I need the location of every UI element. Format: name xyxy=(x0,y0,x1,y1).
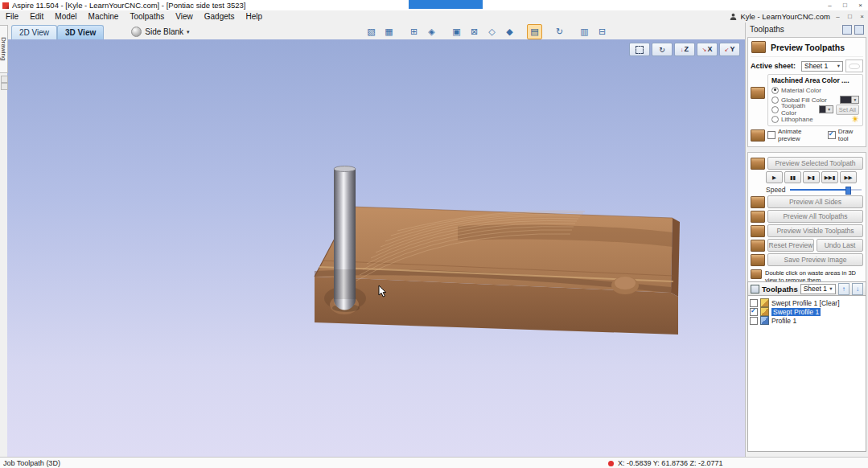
wood-block-icon xyxy=(751,240,765,252)
left-strip-button[interactable] xyxy=(1,76,8,83)
wood-block-icon xyxy=(751,87,765,99)
menu-view[interactable]: View xyxy=(170,10,199,23)
toolpath-color-option[interactable]: Toolpath Color ▾ Set All xyxy=(771,105,859,114)
status-bar: Job Toolpath (3D) X: -0.5839 Y: 61.8736 … xyxy=(0,457,868,468)
toolpath-color-swatch[interactable]: ▾ xyxy=(819,105,833,113)
tab-3d-view[interactable]: 3D View xyxy=(57,25,104,39)
menu-help[interactable]: Help xyxy=(241,10,269,23)
global-fill-color-swatch[interactable]: ▾ xyxy=(840,96,859,104)
minimize-button[interactable]: – xyxy=(822,0,837,10)
maximize-button[interactable]: □ xyxy=(837,0,853,10)
radio-icon[interactable] xyxy=(771,87,779,94)
zoom-frame-button[interactable] xyxy=(629,43,650,56)
menu-model[interactable]: Model xyxy=(49,10,82,23)
toolpath-list-item[interactable]: Profile 1 xyxy=(750,316,864,325)
left-strip-button[interactable] xyxy=(1,83,8,90)
close-button[interactable]: × xyxy=(853,0,868,10)
menu-file[interactable]: File xyxy=(0,10,24,23)
pan-view-icon[interactable]: ▣ xyxy=(449,24,464,39)
zoom-box-icon[interactable]: ⊠ xyxy=(467,24,482,39)
run-to-end-button[interactable]: ▶▶▮ xyxy=(821,171,838,183)
z-arrow-icon: ↓ xyxy=(681,47,684,52)
pin-panel-icon[interactable] xyxy=(842,25,852,35)
wood-block-icon xyxy=(751,129,765,142)
preview-visible-toolpaths-button[interactable]: Preview Visible Toolpaths xyxy=(767,224,863,237)
3d-viewport[interactable]: ↻ ↓ Z ↘ X ↙ Y xyxy=(7,39,745,457)
split-vertical-icon[interactable]: ⊟ xyxy=(594,24,610,39)
material-color-option[interactable]: Material Color xyxy=(771,85,859,95)
view-x-button[interactable]: ↘ X xyxy=(697,43,718,56)
animate-preview-checkbox[interactable] xyxy=(767,131,775,139)
sheet-select[interactable]: Sheet 1 ▾ xyxy=(800,284,836,294)
reset-preview-button[interactable]: Reset Preview xyxy=(767,239,814,252)
chevron-down-icon: ▾ xyxy=(837,63,840,69)
rotate-view-icon[interactable]: ↻ xyxy=(552,24,567,39)
window-controls: – □ × xyxy=(822,0,868,10)
app-icon xyxy=(2,2,9,9)
preview-selected-toolpath-button[interactable]: Preview Selected Toolpath xyxy=(767,157,863,170)
rotate-view-button[interactable]: ↻ xyxy=(652,43,673,56)
active-sheet-label: Active sheet: xyxy=(751,62,796,70)
swap-view-icon[interactable]: ▧ xyxy=(364,24,379,39)
slider-thumb[interactable] xyxy=(845,187,851,195)
play-button[interactable]: ▶ xyxy=(766,171,783,183)
fast-forward-button[interactable]: ▶▶ xyxy=(840,171,857,183)
move-up-button[interactable]: ↑ xyxy=(838,283,849,295)
set-all-button[interactable]: Set All xyxy=(836,105,859,115)
view-controls: ↻ ↓ Z ↘ X ↙ Y xyxy=(629,43,740,56)
menu-gadgets[interactable]: Gadgets xyxy=(199,10,241,23)
step-button[interactable]: ▶▮ xyxy=(803,171,820,183)
draw-tool-label: Draw tool xyxy=(838,128,863,142)
draw-tool-checkbox[interactable] xyxy=(828,131,836,139)
radio-icon[interactable] xyxy=(771,96,779,104)
toolpath-visibility-checkbox[interactable] xyxy=(750,299,758,307)
cursor-coordinates: X: -0.5839 Y: 61.8736 Z: -2.0771 xyxy=(608,458,722,468)
blank-side-selector[interactable]: Side Blank ▾ xyxy=(131,27,189,37)
toolpath-visibility-checkbox[interactable] xyxy=(750,308,758,316)
y-arrow-icon: ↙ xyxy=(725,47,730,52)
x-arrow-icon: ↘ xyxy=(702,47,707,52)
active-sheet-select[interactable]: Sheet 1 ▾ xyxy=(801,61,843,72)
snap-grid-icon[interactable]: ◈ xyxy=(424,24,439,39)
undo-last-button[interactable]: Undo Last xyxy=(817,239,863,252)
preview-all-toolpaths-button[interactable]: Preview All Toolpaths xyxy=(767,210,863,223)
view-z-button[interactable]: ↓ Z xyxy=(674,43,695,56)
doc-minimize-button[interactable]: – xyxy=(832,13,844,20)
menu-edit[interactable]: Edit xyxy=(24,10,49,23)
save-preview-image-button[interactable]: Save Preview Image xyxy=(767,253,863,266)
animate-preview-label: Animate preview xyxy=(778,128,822,142)
chevron-down-icon: ▾ xyxy=(187,29,190,35)
tile-windows-icon[interactable]: ▦ xyxy=(381,24,397,39)
radio-icon[interactable] xyxy=(771,106,779,113)
grid-icon[interactable]: ⊞ xyxy=(406,24,422,39)
menu-machine[interactable]: Machine xyxy=(83,10,125,23)
wood-block-icon xyxy=(751,41,766,53)
multi-sided-view-icon[interactable]: ▤ xyxy=(527,24,542,39)
panel-help-icon[interactable] xyxy=(854,25,864,35)
tab-2d-view[interactable]: 2D View xyxy=(11,25,57,39)
radio-icon[interactable] xyxy=(771,116,779,123)
zoom-extents-icon[interactable]: ◇ xyxy=(484,24,500,39)
account-menu[interactable]: Kyle - LearnYourCNC.com xyxy=(730,12,832,21)
drawing-side-tab[interactable]: Drawing xyxy=(0,25,8,73)
menu-toolpaths[interactable]: Toolpaths xyxy=(124,10,170,23)
window-title: Aspire 11.504 - [Kyle - LearnYourCNC.com… xyxy=(12,1,245,10)
move-down-button[interactable]: ↓ xyxy=(852,283,863,295)
preview-all-sides-button[interactable]: Preview All Sides xyxy=(767,195,863,208)
blue-overlay xyxy=(409,0,483,9)
speed-slider[interactable] xyxy=(790,186,863,194)
toolpath-list-item[interactable]: Swept Profile 1 [Clear] xyxy=(750,298,864,307)
toolpaths-panel: Toolpaths Preview Toolpaths Active sheet… xyxy=(745,23,868,457)
doc-restore-button[interactable]: □ xyxy=(844,13,856,20)
doc-close-button[interactable]: × xyxy=(856,13,868,20)
chevron-down-icon: ▾ xyxy=(825,106,833,113)
shaded-view-icon[interactable]: ◆ xyxy=(502,24,517,39)
pause-button[interactable]: ▮▮ xyxy=(784,171,801,183)
split-horizontal-icon[interactable]: ▥ xyxy=(577,24,592,39)
panel-title: Toolpaths xyxy=(750,25,784,34)
toolpath-visibility-checkbox[interactable] xyxy=(750,317,758,325)
view-y-button[interactable]: ↙ Y xyxy=(719,43,740,56)
preview-toolpaths-card: Preview Toolpaths Active sheet: Sheet 1 … xyxy=(747,37,866,147)
cutting-tool xyxy=(334,166,356,310)
toolpath-list-item[interactable]: Swept Profile 1 xyxy=(750,307,864,316)
